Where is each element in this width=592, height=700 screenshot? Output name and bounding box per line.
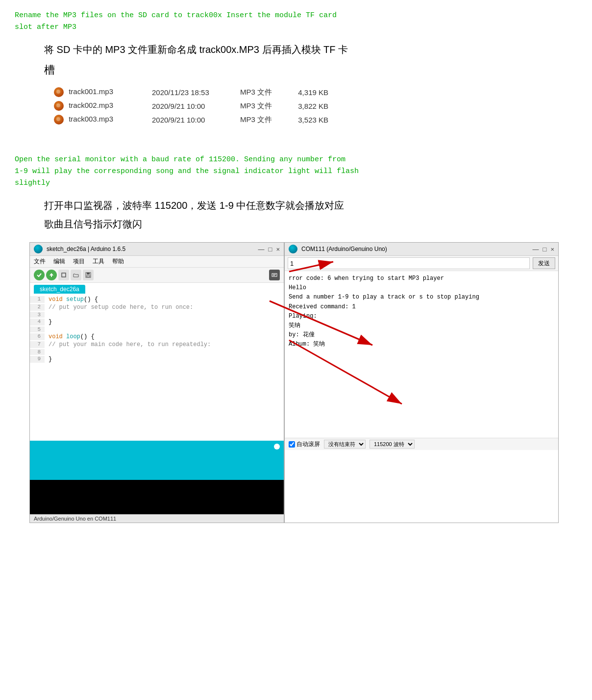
menu-tools[interactable]: 工具	[93, 257, 104, 266]
autoscroll-checkbox[interactable]	[289, 441, 295, 448]
file-name-cell: track003.mp3	[54, 113, 152, 126]
file-date-cell: 2020/11/23 18:53	[152, 85, 240, 99]
serial-output-line: Received command: 1	[289, 302, 554, 312]
menu-file[interactable]: 文件	[34, 257, 46, 266]
arduino-close-btn[interactable]: ×	[276, 246, 280, 253]
serial-window-controls: — □ ×	[533, 246, 554, 253]
upload-btn[interactable]	[46, 270, 57, 280]
line-number: 3	[30, 312, 45, 318]
instruction-2-line3: slightly	[15, 179, 50, 187]
editor-line: 4 }	[30, 318, 284, 326]
serial-output-line: Hello	[289, 283, 554, 293]
line-code: void loop() {	[45, 333, 95, 340]
chinese-text-2b: 歌曲且信号指示灯微闪	[44, 219, 142, 229]
file-size-cell: 3,822 KB	[289, 99, 338, 113]
file-row: track002.mp3 2020/9/21 10:00 MP3 文件 3,82…	[54, 99, 338, 113]
arduino-status-text: Arduino/Genuino Uno en COM111	[34, 516, 116, 522]
instruction-1: Rename the MP3 files on the SD card to t…	[15, 10, 577, 33]
serial-output-line: Album: 笑纳	[289, 340, 554, 349]
screenshot-area: sketch_dec26a | Arduino 1.6.5 — □ × 文件 编…	[29, 242, 568, 523]
arduino-maximize-btn[interactable]: □	[269, 246, 272, 253]
line-number: 5	[30, 326, 45, 332]
arduino-statusbar: Arduino/Genuino Uno en COM111	[30, 514, 284, 523]
arduino-toolbar	[30, 268, 284, 283]
editor-line: 1 void setup() {	[30, 296, 284, 303]
line-code: void setup() {	[45, 296, 98, 303]
line-code: // put your main code here, to run repea…	[45, 341, 211, 348]
chinese-text-1: 将 SD 卡中的 MP3 文件重新命名成 track00x.MP3 后再插入模块…	[44, 44, 348, 55]
file-size-cell: 3,523 KB	[289, 113, 338, 126]
file-row: track003.mp3 2020/9/21 10:00 MP3 文件 3,52…	[54, 113, 338, 126]
instruction-2-line1: Open the serial monitor with a baud rate…	[15, 155, 345, 164]
line-ending-select[interactable]: 没有结束符	[324, 440, 366, 449]
serial-logo-icon	[289, 245, 297, 253]
arduino-minimize-btn[interactable]: —	[258, 246, 265, 253]
file-date-cell: 2020/9/21 10:00	[152, 99, 240, 113]
line-number: 2	[30, 304, 45, 311]
arduino-menubar: 文件 编辑 项目 工具 帮助	[30, 256, 284, 268]
file-type-cell: MP3 文件	[240, 85, 289, 99]
save-btn[interactable]	[83, 270, 94, 280]
instruction-1-line2: slot after MP3	[15, 23, 76, 31]
instruction-2-line2: 1-9 will play the corresponding song and…	[15, 167, 359, 175]
menu-project[interactable]: 项目	[73, 257, 85, 266]
chinese-translation-2: 打开串口监视器，波特率 115200，发送 1-9 中任意数字就会播放对应	[44, 197, 577, 214]
open-btn[interactable]	[71, 270, 81, 280]
serial-output-line: rror code: 6 when trying to start MP3 pl…	[289, 274, 554, 283]
new-btn[interactable]	[58, 270, 69, 280]
line-code	[45, 326, 49, 332]
line-code: }	[45, 319, 52, 325]
line-number: 8	[30, 349, 45, 355]
svg-rect-6	[272, 274, 277, 276]
file-table: track001.mp3 2020/11/23 18:53 MP3 文件 4,3…	[54, 85, 338, 126]
line-number: 6	[30, 333, 45, 340]
arduino-status-bar-black	[30, 480, 284, 514]
svg-rect-2	[62, 273, 66, 277]
serial-close-btn[interactable]: ×	[550, 246, 554, 253]
serial-minimize-btn[interactable]: —	[533, 246, 539, 253]
line-number: 7	[30, 341, 45, 348]
serial-titlebar: COM111 (Arduino/Genuino Uno) — □ ×	[285, 243, 558, 256]
autoscroll-label: 自动滚屏	[296, 440, 320, 449]
serial-send-button[interactable]: 发送	[533, 257, 555, 269]
arduino-bottom-panel	[30, 441, 284, 480]
file-name-cell: track002.mp3	[54, 99, 152, 113]
editor-line: 3	[30, 311, 284, 318]
file-date-cell: 2020/9/21 10:00	[152, 113, 240, 126]
editor-line: 7 // put your main code here, to run rep…	[30, 341, 284, 349]
line-number: 9	[30, 356, 45, 363]
mp3-file-icon	[54, 87, 64, 97]
baud-rate-select[interactable]: 115200 波特	[370, 440, 415, 449]
sketch-tab[interactable]: sketch_dec26a	[34, 285, 85, 294]
scroll-indicator[interactable]	[274, 444, 280, 450]
file-name: track001.mp3	[69, 87, 113, 96]
line-code: // put your setup code here, to run once…	[45, 304, 193, 311]
verify-btn[interactable]	[34, 270, 45, 280]
serial-monitor-window: COM111 (Arduino/Genuino Uno) — □ × 发送 rr…	[284, 242, 559, 523]
file-name-cell: track001.mp3	[54, 85, 152, 99]
line-number: 4	[30, 319, 45, 325]
mp3-file-icon	[54, 115, 64, 125]
serial-title: COM111 (Arduino/Genuino Uno)	[301, 246, 533, 252]
mp3-file-icon	[54, 101, 64, 111]
autoscroll-checkbox-label[interactable]: 自动滚屏	[289, 440, 320, 449]
menu-help[interactable]: 帮助	[112, 257, 124, 266]
menu-edit[interactable]: 编辑	[53, 257, 65, 266]
arduino-editor: 1 void setup() { 2 // put your setup cod…	[30, 294, 284, 441]
chinese-translation-2b: 歌曲且信号指示灯微闪	[44, 216, 577, 232]
serial-monitor-btn[interactable]	[269, 270, 280, 280]
serial-output: rror code: 6 when trying to start MP3 pl…	[285, 271, 558, 438]
editor-line: 6 void loop() {	[30, 333, 284, 341]
svg-rect-4	[87, 273, 90, 275]
line-code	[45, 349, 49, 355]
arduino-titlebar: sketch_dec26a | Arduino 1.6.5 — □ ×	[30, 243, 284, 256]
instruction-1-line1: Rename the MP3 files on the SD card to t…	[15, 11, 337, 20]
chinese-text-2a: 打开串口监视器，波特率 115200，发送 1-9 中任意数字就会播放对应	[44, 200, 344, 211]
arduino-window-controls: — □ ×	[258, 246, 280, 253]
file-type-cell: MP3 文件	[240, 99, 289, 113]
serial-maximize-btn[interactable]: □	[543, 246, 547, 253]
file-row: track001.mp3 2020/11/23 18:53 MP3 文件 4,3…	[54, 85, 338, 99]
serial-input-field[interactable]	[288, 257, 530, 269]
line-code: }	[45, 356, 52, 363]
editor-line: 5	[30, 326, 284, 333]
